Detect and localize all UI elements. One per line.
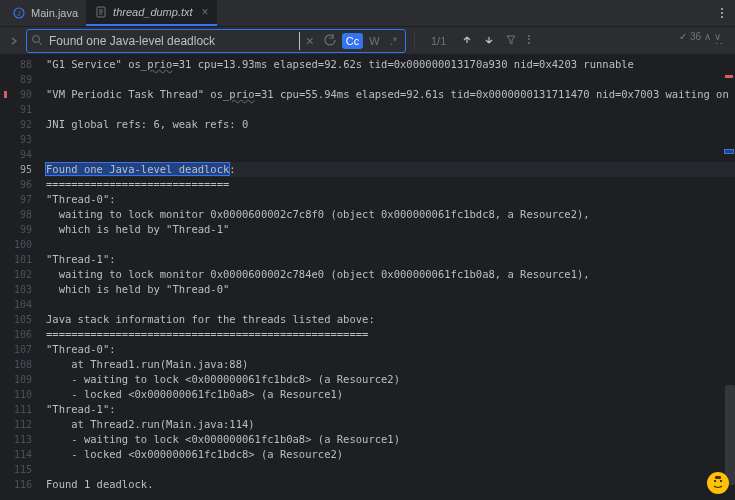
assistant-badge-icon[interactable]	[707, 472, 729, 494]
code-line: "Thread-0":	[46, 342, 735, 357]
code-line	[46, 72, 735, 87]
line-number: 98	[4, 207, 32, 222]
line-number: 96	[4, 177, 32, 192]
tab-overflow-menu[interactable]	[717, 4, 727, 22]
search-icon	[31, 34, 43, 48]
code-line	[46, 102, 735, 117]
editor-area: 8889909192939495969798991001011021031041…	[0, 55, 735, 500]
code-line: which is held by "Thread-1"	[46, 222, 735, 237]
line-number: 108	[4, 357, 32, 372]
line-number: 97	[4, 192, 32, 207]
line-number: 88	[4, 57, 32, 72]
java-icon: J	[12, 6, 26, 20]
svg-point-6	[33, 35, 40, 42]
line-number: 90	[4, 87, 32, 102]
text-file-icon	[94, 5, 108, 19]
line-number: 110	[4, 387, 32, 402]
warning-count: 36	[690, 31, 701, 42]
code-line: =============================	[46, 177, 735, 192]
code-line: "Thread-1":	[46, 402, 735, 417]
code-line: JNI global refs: 6, weak refs: 0	[46, 117, 735, 132]
search-input[interactable]	[45, 32, 300, 50]
svg-line-7	[39, 42, 42, 45]
code-line: waiting to lock monitor 0x0000600002c7c8…	[46, 207, 735, 222]
code-line: Java stack information for the threads l…	[46, 312, 735, 327]
chevron-up-icon[interactable]: ∧	[704, 31, 711, 42]
error-marker[interactable]	[725, 75, 733, 78]
code-line: "VM Periodic Task Thread" os_prio=31 cpu…	[46, 87, 735, 102]
find-marker[interactable]	[725, 150, 733, 153]
code-line: "G1 Service" os_prio=31 cpu=13.93ms elap…	[46, 57, 735, 72]
tab-label: thread_dump.txt	[113, 6, 193, 18]
gutter: 8889909192939495969798991001011021031041…	[0, 55, 40, 500]
line-number: 109	[4, 372, 32, 387]
scrollbar-thumb[interactable]	[725, 385, 735, 485]
find-more-icon[interactable]	[524, 33, 534, 49]
code-line: - waiting to lock <0x000000061fc1b0a8> (…	[46, 432, 735, 447]
find-nav	[458, 33, 534, 49]
filter-icon[interactable]	[502, 33, 520, 49]
code-line: ========================================…	[46, 327, 735, 342]
line-number: 89	[4, 72, 32, 87]
code-line: - locked <0x000000061fc1bdc8> (a Resourc…	[46, 447, 735, 462]
line-number: 99	[4, 222, 32, 237]
code-line: "Thread-1":	[46, 252, 735, 267]
close-tab-icon[interactable]: ×	[202, 5, 209, 19]
svg-rect-9	[714, 480, 716, 482]
line-number: 103	[4, 282, 32, 297]
line-number: 106	[4, 327, 32, 342]
code-line: at Thread2.run(Main.java:114)	[46, 417, 735, 432]
find-bar: × Cc W .* 1/1 ×	[0, 27, 735, 55]
tab-thread-dump[interactable]: thread_dump.txt ×	[86, 0, 217, 26]
code-line: which is held by "Thread-0"	[46, 282, 735, 297]
line-number: 100	[4, 237, 32, 252]
inspections-badge[interactable]: ✓ 36 ∧ ∨	[675, 30, 725, 43]
regex-toggle[interactable]: .*	[386, 33, 401, 49]
search-match: Found one Java-level deadlock	[46, 163, 229, 175]
next-match-icon[interactable]	[480, 33, 498, 49]
search-field-container: × Cc W .*	[26, 29, 406, 53]
line-number: 91	[4, 102, 32, 117]
line-number: 105	[4, 312, 32, 327]
clear-search-icon[interactable]: ×	[302, 31, 318, 51]
line-number: 94	[4, 147, 32, 162]
line-number: 104	[4, 297, 32, 312]
scrollbar-track[interactable]	[723, 55, 735, 500]
line-number: 113	[4, 432, 32, 447]
result-count: 1/1	[423, 35, 454, 47]
code-line: - locked <0x000000061fc1b0a8> (a Resourc…	[46, 387, 735, 402]
code-line: Found one Java-level deadlock:	[46, 162, 735, 177]
code-line: waiting to lock monitor 0x0000600002c784…	[46, 267, 735, 282]
code-line: at Thread1.run(Main.java:88)	[46, 357, 735, 372]
line-number: 116	[4, 477, 32, 492]
line-number: 114	[4, 447, 32, 462]
tab-main-java[interactable]: J Main.java	[4, 0, 86, 26]
checkmark-icon: ✓	[679, 31, 687, 42]
expand-replace-icon[interactable]	[6, 35, 22, 47]
line-number: 115	[4, 462, 32, 477]
code-area[interactable]: "G1 Service" os_prio=31 cpu=13.93ms elap…	[40, 55, 735, 500]
tab-label: Main.java	[31, 7, 78, 19]
prev-match-icon[interactable]	[458, 33, 476, 49]
divider	[414, 32, 415, 50]
line-number: 92	[4, 117, 32, 132]
code-line: "Thread-0":	[46, 192, 735, 207]
line-number: 102	[4, 267, 32, 282]
code-line	[46, 147, 735, 162]
svg-text:J: J	[17, 10, 21, 17]
words-toggle[interactable]: W	[365, 33, 383, 49]
line-number: 93	[4, 132, 32, 147]
line-number: 95	[4, 162, 32, 177]
code-line	[46, 462, 735, 477]
chevron-down-icon[interactable]: ∨	[714, 31, 721, 42]
svg-rect-10	[720, 480, 722, 482]
match-case-toggle[interactable]: Cc	[342, 33, 363, 49]
code-line	[46, 297, 735, 312]
code-line: Found 1 deadlock.	[46, 477, 735, 492]
svg-rect-11	[715, 476, 721, 479]
line-number: 107	[4, 342, 32, 357]
code-line	[46, 132, 735, 147]
code-line: - waiting to lock <0x000000061fc1bdc8> (…	[46, 372, 735, 387]
line-number: 111	[4, 402, 32, 417]
search-history-icon[interactable]	[320, 32, 340, 50]
